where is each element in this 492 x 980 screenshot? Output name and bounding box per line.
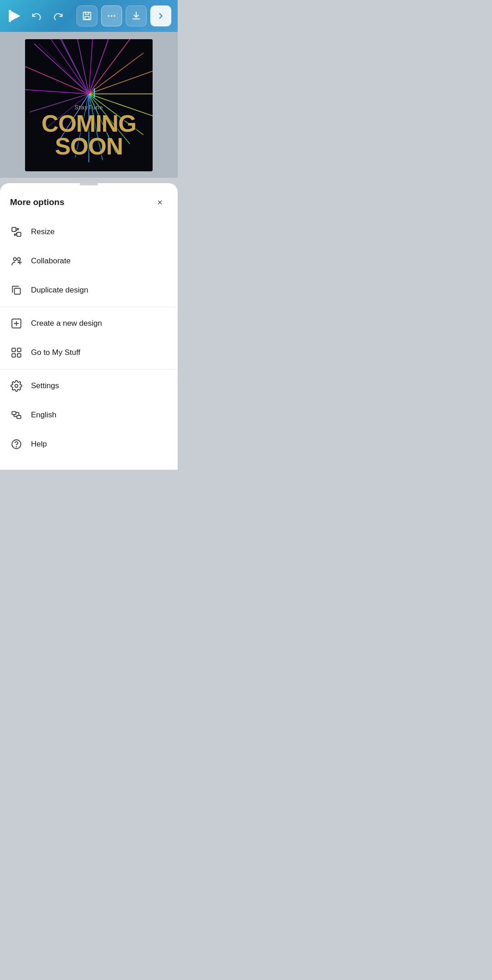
svg-rect-43 — [12, 348, 15, 352]
svg-rect-44 — [17, 348, 21, 352]
svg-point-47 — [15, 385, 18, 388]
design-preview: StayTune COMING SOON — [25, 39, 153, 171]
mystuff-label: Go to My Stuff — [31, 348, 80, 357]
language-icon — [10, 409, 23, 421]
undo-button[interactable] — [28, 8, 45, 24]
redo-button[interactable] — [50, 8, 67, 24]
menu-item-duplicate[interactable]: Duplicate design — [0, 276, 178, 305]
toolbar-left — [6, 8, 67, 24]
svg-point-6 — [114, 15, 116, 17]
menu-item-help[interactable]: Help — [0, 430, 178, 459]
settings-icon — [10, 380, 23, 392]
send-button[interactable] — [150, 5, 171, 26]
menu-item-create[interactable]: Create a new design — [0, 309, 178, 338]
menu-item-english[interactable]: English — [0, 400, 178, 430]
create-icon — [10, 317, 23, 330]
svg-rect-46 — [17, 354, 21, 357]
svg-rect-39 — [15, 288, 20, 294]
english-label: English — [31, 410, 56, 420]
svg-point-5 — [111, 15, 113, 17]
svg-rect-34 — [17, 232, 21, 236]
menu-item-resize[interactable]: Resize — [0, 217, 178, 246]
svg-rect-45 — [12, 354, 15, 357]
duplicate-label: Duplicate design — [31, 286, 88, 295]
menu-item-mystuff[interactable]: Go to My Stuff — [0, 338, 178, 367]
help-icon — [10, 438, 23, 451]
save-button[interactable] — [77, 5, 97, 26]
resize-icon — [10, 226, 23, 238]
svg-point-35 — [14, 257, 17, 261]
menu-item-settings[interactable]: Settings — [0, 371, 178, 400]
svg-marker-0 — [10, 10, 20, 21]
resize-label: Resize — [31, 227, 55, 236]
app-logo[interactable] — [6, 8, 23, 24]
collaborate-icon — [10, 255, 23, 267]
mystuff-icon — [10, 346, 23, 359]
duplicate-icon — [10, 284, 23, 297]
sheet-header: More options × — [0, 185, 178, 217]
more-options-button[interactable] — [101, 5, 122, 26]
bottom-sheet: More options × Resize Collaborate — [0, 183, 178, 470]
toolbar-right — [77, 5, 171, 26]
menu-item-collaborate[interactable]: Collaborate — [0, 246, 178, 276]
toolbar — [0, 0, 178, 32]
help-label: Help — [31, 440, 47, 449]
create-label: Create a new design — [31, 319, 102, 328]
svg-rect-33 — [12, 227, 16, 231]
collaborate-label: Collaborate — [31, 257, 71, 266]
svg-point-36 — [17, 257, 20, 261]
svg-rect-3 — [85, 16, 89, 19]
svg-point-51 — [16, 446, 16, 447]
svg-rect-1 — [9, 10, 11, 22]
divider-1 — [0, 307, 178, 307]
divider-2 — [0, 369, 178, 369]
svg-point-4 — [108, 15, 110, 17]
download-button[interactable] — [126, 5, 147, 26]
close-button[interactable]: × — [152, 195, 168, 210]
sheet-title: More options — [10, 197, 64, 207]
settings-label: Settings — [31, 381, 59, 390]
canvas-area: StayTune COMING SOON — [0, 32, 178, 178]
